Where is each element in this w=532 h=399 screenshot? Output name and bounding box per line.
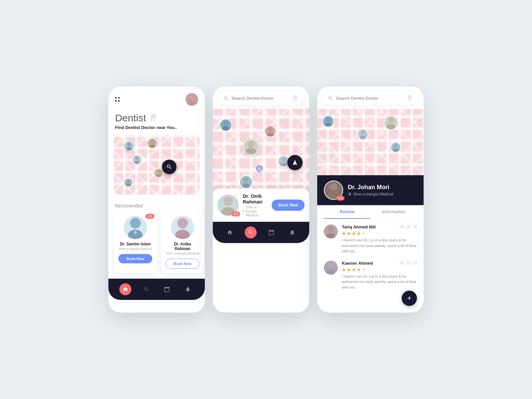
subtitle: Find Dentist Doctor near You.. (115, 125, 198, 130)
reviewer-name-2: Kawser Ahmed (342, 261, 373, 266)
user-avatar[interactable] (186, 93, 198, 106)
tab-information[interactable]: Information (370, 205, 417, 219)
review-item-1: Tariq Ahmed Nill 08 - 10 - 20 ★ ★ ★ ★ ★ … (324, 224, 417, 254)
map-pin-8 (243, 139, 259, 155)
svg-point-31 (361, 131, 365, 135)
svg-point-18 (222, 126, 229, 131)
svg-point-12 (130, 218, 141, 228)
book-btn-2[interactable]: Book Now (166, 259, 200, 269)
bottom-nav-1 (108, 279, 205, 300)
svg-point-30 (325, 123, 332, 127)
review-date-2: 08 - 10 - 20 (400, 261, 417, 265)
popup-book-btn[interactable]: Book Now (272, 200, 305, 211)
bottom-nav-2 (213, 222, 309, 243)
doctor-profile-card: 4.5 Dr. Johan Mori Sher-e-bangla Medical (317, 175, 424, 205)
svg-point-21 (248, 141, 254, 148)
tab-review[interactable]: Review (324, 205, 370, 219)
stars-2: ★ ★ ★ ★ ★ (342, 267, 417, 272)
doctor-card-1: 4.5 Dr. Samim Islam Sher-e-bangla Medica… (114, 211, 157, 273)
doc-avatar-1 (124, 216, 147, 239)
fab-button[interactable]: + (402, 291, 417, 306)
svg-point-39 (328, 226, 334, 232)
online-indicator-1 (335, 235, 337, 238)
map-pin-5 (124, 178, 133, 187)
map-pin-7 (264, 125, 276, 137)
review-content-1: Tariq Ahmed Nill 08 - 10 - 20 ★ ★ ★ ★ ★ … (342, 224, 417, 254)
review-header-1: Tariq Ahmed Nill 08 - 10 - 20 (342, 224, 417, 229)
map-pin-10 (239, 175, 253, 189)
svg-point-7 (134, 161, 140, 164)
map-pin-14 (390, 142, 401, 153)
popup-rating: 4.5 (231, 211, 240, 216)
s3-search-bar[interactable]: 🦷 (323, 92, 418, 105)
review-date-1: 08 - 10 - 20 (400, 225, 417, 229)
map-area-3 (317, 109, 424, 175)
svg-point-16 (175, 230, 190, 239)
menu-icon[interactable] (115, 97, 120, 102)
svg-point-14 (134, 231, 137, 234)
book-btn-1[interactable]: Book Now (118, 254, 152, 263)
review-text-1: I haven't see Dr. Lui in a few years & h… (342, 237, 417, 254)
doc-hospital-2: Sher-e-bangla Medical (166, 252, 200, 255)
nav-arrow-btn[interactable] (287, 155, 303, 170)
nav-search-1[interactable] (140, 283, 152, 295)
stars-1: ★ ★ ★ ★ ★ (342, 231, 417, 236)
svg-point-2 (127, 143, 131, 147)
svg-point-34 (386, 124, 395, 129)
map-pin-13 (384, 115, 398, 130)
svg-point-11 (126, 184, 131, 187)
s2-search-bar[interactable]: 🦷 (218, 92, 304, 105)
nav-home-2[interactable] (224, 226, 236, 238)
s1-header (108, 86, 205, 109)
screen-3: 🦷 (317, 86, 424, 313)
nav-calendar-1[interactable] (161, 283, 173, 295)
nav-search-2[interactable] (245, 226, 257, 238)
screens-container: Dentist 🦷 Find Dentist Doctor near You.. (95, 66, 437, 332)
reviewer-avatar-2 (324, 261, 338, 275)
svg-point-8 (157, 170, 160, 173)
rating-badge-1: 4.5 (146, 214, 154, 219)
doc-hospital-1: Sher-e-bangla Medical (118, 247, 152, 251)
search-input-3[interactable] (336, 96, 404, 101)
popup-info: Dr. Onik Rahman Sher-e-bangla Medical (243, 193, 268, 217)
search-map-pin[interactable] (162, 160, 177, 174)
svg-point-20 (267, 133, 274, 137)
popup-doc-name: Dr. Onik Rahman (243, 193, 268, 204)
map-pin-11 (322, 115, 334, 127)
svg-point-24 (280, 163, 287, 167)
svg-point-0 (189, 95, 194, 100)
nav-home-1[interactable] (119, 283, 131, 295)
map-pin-2 (147, 138, 158, 149)
screen-2: 🦷 (213, 86, 309, 313)
screen-1: Dentist 🦷 Find Dentist Doctor near You.. (108, 86, 205, 313)
nav-bell-2[interactable] (286, 226, 298, 238)
map-pin (124, 141, 134, 151)
review-header-2: Kawser Ahmed 08 - 10 - 20 (342, 261, 417, 266)
doc-name-1: Dr. Samim Islam (118, 242, 152, 246)
svg-point-36 (393, 149, 399, 152)
review-item-2: Kawser Ahmed 08 - 10 - 20 ★ ★ ★ ★ ★ I ha… (324, 261, 417, 290)
profile-avatar-wrap: 4.5 (324, 181, 343, 200)
review-text-2: I haven't see Dr. Lui in a few years & h… (342, 274, 417, 290)
profile-rating: 4.5 (336, 196, 344, 200)
popup-avatar-wrap: 4.5 (217, 195, 239, 216)
online-indicator-2 (335, 272, 337, 274)
search-icon-2 (223, 96, 229, 101)
map-pin-6 (219, 119, 232, 131)
profile-hospital: Sher-e-bangla Medical (348, 192, 393, 197)
doctor-popup: 4.5 Dr. Onik Rahman Sher-e-bangla Medica… (213, 189, 309, 222)
svg-point-10 (127, 180, 130, 183)
map-area (114, 135, 200, 195)
svg-point-15 (177, 218, 188, 228)
nav-bell-1[interactable] (182, 283, 194, 295)
map-pin-12 (357, 129, 368, 140)
reviewer-avatar-1 (324, 224, 338, 238)
tooth-icon-3: 🦷 (406, 95, 413, 101)
doc-name-2: Dr. Anika Rahman (166, 242, 200, 251)
nav-calendar-2[interactable] (265, 226, 277, 238)
page-title: Dentist 🦷 (115, 112, 198, 124)
svg-point-6 (135, 156, 139, 160)
svg-point-4 (150, 140, 154, 144)
search-input-2[interactable] (231, 96, 289, 101)
svg-point-29 (326, 117, 331, 122)
